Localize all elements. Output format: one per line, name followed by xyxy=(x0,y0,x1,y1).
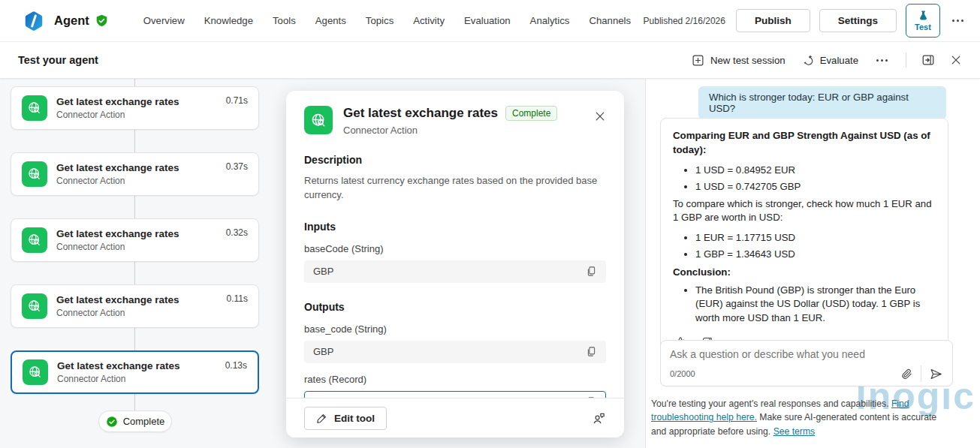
verified-shield-icon xyxy=(95,14,108,27)
copy-icon[interactable] xyxy=(586,346,597,357)
test-pane-more-icon[interactable] xyxy=(873,55,891,66)
bot-heading: Comparing EUR and GBP Strength Against U… xyxy=(673,129,936,158)
trace-connector xyxy=(134,79,135,86)
detail-footer: Edit tool xyxy=(286,398,624,437)
add-square-icon xyxy=(692,54,704,67)
nav-tab-knowledge[interactable]: Knowledge xyxy=(194,15,263,26)
detail-title: Get latest exchange rates xyxy=(343,106,498,121)
edit-tool-button[interactable]: Edit tool xyxy=(304,407,387,430)
description-heading: Description xyxy=(304,154,606,166)
check-circle-icon xyxy=(106,416,118,428)
chat-panel: Which is stronger today: EUR or GBP agai… xyxy=(645,79,980,448)
copy-icon[interactable] xyxy=(586,266,597,277)
pencil-icon xyxy=(316,413,327,424)
see-terms-link[interactable]: See terms xyxy=(773,426,816,437)
attachment-paperclip-icon[interactable] xyxy=(900,368,913,380)
nav-tab-channels[interactable]: Channels xyxy=(579,15,641,26)
main-content: Get latest exchange rates Connector Acti… xyxy=(0,79,980,448)
nav-tab-evaluation[interactable]: Evaluation xyxy=(454,15,520,26)
connector-globe-icon xyxy=(23,359,48,385)
trace-step-duration: 0.13s xyxy=(225,360,247,371)
trace-connector xyxy=(134,394,135,410)
nav-tab-tools[interactable]: Tools xyxy=(263,15,306,26)
trace-step-card[interactable]: Get latest exchange rates Connector Acti… xyxy=(11,284,259,328)
open-panel-icon[interactable] xyxy=(921,53,935,67)
output-value: GBP xyxy=(313,346,333,357)
trace-complete-label: Complete xyxy=(123,416,165,427)
trace-connector xyxy=(134,262,135,284)
trace-step-duration: 0.71s xyxy=(226,95,248,106)
detail-close-icon[interactable] xyxy=(594,110,606,122)
bot-bullet-list: 1 USD = 0.84952 EUR 1 USD = 0.742705 GBP xyxy=(673,164,936,194)
test-flask-icon xyxy=(918,10,929,21)
detail-subtitle: Connector Action xyxy=(343,125,557,136)
disclaimer-text: You're testing your agent's real respons… xyxy=(651,398,891,409)
agent-name: Agent xyxy=(54,14,89,28)
connector-globe-icon xyxy=(22,95,47,121)
test-button[interactable]: Test xyxy=(906,4,940,38)
trace-step-card[interactable]: Get latest exchange rates Connector Acti… xyxy=(11,152,259,196)
chat-input-box[interactable]: Ask a question or describe what you need… xyxy=(660,340,953,386)
feedback-person-icon[interactable] xyxy=(592,411,606,425)
trace-step-card-selected[interactable]: Get latest exchange rates Connector Acti… xyxy=(11,350,259,394)
bot-bullet: 1 EUR = 1.17715 USD xyxy=(695,231,936,245)
connector-globe-icon xyxy=(22,161,47,187)
settings-button[interactable]: Settings xyxy=(819,9,897,32)
rates-record-box[interactable]: { ... } xyxy=(304,391,606,398)
trace-step-title: Get latest exchange rates xyxy=(57,360,247,371)
trace-step-subtitle: Connector Action xyxy=(56,176,248,186)
input-value: GBP xyxy=(313,266,333,277)
send-icon[interactable] xyxy=(929,367,943,381)
more-options-icon[interactable] xyxy=(949,15,966,26)
trace-step-card[interactable]: Get latest exchange rates Connector Acti… xyxy=(11,86,259,130)
inputs-heading: Inputs xyxy=(304,221,606,233)
input-field-label: baseCode (String) xyxy=(304,243,606,254)
trace-step-title: Get latest exchange rates xyxy=(56,294,248,305)
main-nav: Overview Knowledge Tools Agents Topics A… xyxy=(134,15,641,26)
connector-globe-icon xyxy=(22,227,47,253)
description-text: Returns latest currency exchange rates b… xyxy=(304,174,606,203)
divider xyxy=(921,365,921,382)
nav-tab-topics[interactable]: Topics xyxy=(356,15,403,26)
nav-tab-analytics[interactable]: Analytics xyxy=(520,15,580,26)
trace-step-title: Get latest exchange rates xyxy=(56,228,248,239)
bot-message-card: Comparing EUR and GBP Strength Against U… xyxy=(660,118,948,356)
app-logo-icon xyxy=(23,10,45,32)
bot-paragraph: To compare which is stronger, check how … xyxy=(673,197,936,225)
divider xyxy=(906,53,906,68)
evaluate-icon xyxy=(801,53,814,67)
test-pane-header: Test your agent New test session Evaluat… xyxy=(0,42,980,79)
published-status: Published 2/16/2026 xyxy=(644,16,725,26)
new-test-session-button[interactable]: New test session xyxy=(692,54,786,67)
trace-step-card[interactable]: Get latest exchange rates Connector Acti… xyxy=(11,218,259,262)
nav-tab-agents[interactable]: Agents xyxy=(306,15,356,26)
nav-tab-overview[interactable]: Overview xyxy=(134,15,194,26)
nav-tab-activity[interactable]: Activity xyxy=(403,15,454,26)
edit-tool-label: Edit tool xyxy=(334,413,375,424)
trace-step-title: Get latest exchange rates xyxy=(56,96,248,107)
output-value-box: GBP xyxy=(304,341,606,363)
output-field-label: base_code (String) xyxy=(304,323,606,335)
bot-bullet-list: 1 EUR = 1.17715 USD 1 GBP = 1.34643 USD xyxy=(673,231,936,262)
output-field-label-rates: rates (Record) xyxy=(304,374,606,385)
trace-step-duration: 0.32s xyxy=(226,227,248,238)
trace-step-duration: 0.37s xyxy=(226,161,248,172)
bot-bullet: 1 USD = 0.84952 EUR xyxy=(695,164,936,177)
input-value-box: GBP xyxy=(304,260,606,283)
trace-complete-badge: Complete xyxy=(98,410,172,432)
evaluate-button[interactable]: Evaluate xyxy=(801,53,858,67)
publish-button[interactable]: Publish xyxy=(736,9,810,32)
connector-globe-icon xyxy=(22,293,47,319)
char-counter: 0/2000 xyxy=(670,369,695,378)
copy-icon[interactable] xyxy=(585,396,596,398)
close-test-pane-icon[interactable] xyxy=(950,54,962,66)
user-message-bubble: Which is stronger today: EUR or GBP agai… xyxy=(698,86,946,119)
trace-step-title: Get latest exchange rates xyxy=(56,162,248,173)
chat-input-placeholder: Ask a question or describe what you need xyxy=(670,348,943,360)
app-header: Agent Overview Knowledge Tools Agents To… xyxy=(0,0,980,42)
trace-connector xyxy=(134,130,135,152)
evaluate-label: Evaluate xyxy=(820,55,858,66)
test-button-label: Test xyxy=(915,23,931,32)
bot-bullet: 1 USD = 0.742705 GBP xyxy=(695,180,936,194)
trace-connector xyxy=(134,328,135,350)
